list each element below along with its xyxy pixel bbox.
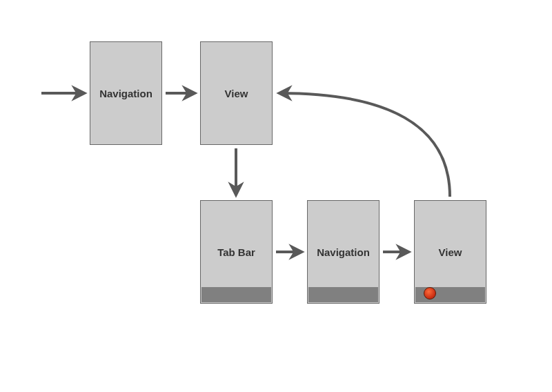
node-label: View [439, 246, 462, 258]
node-label: Navigation [317, 246, 370, 258]
node-label: View [225, 88, 248, 99]
node-view-1: View [200, 41, 273, 145]
node-label: Tab Bar [217, 246, 255, 258]
arrow-view2-to-view1 [279, 93, 450, 197]
tab-bar-strip [201, 287, 271, 302]
node-label: Navigation [99, 88, 152, 99]
node-navigation-1: Navigation [90, 41, 162, 145]
diagram-canvas: Navigation View Tab Bar Navigation View [0, 0, 552, 392]
node-view-2: View [414, 200, 486, 304]
arrows-layer [0, 0, 552, 392]
node-navigation-2: Navigation [307, 200, 379, 304]
node-tab-bar: Tab Bar [200, 200, 273, 304]
tab-bar-strip [308, 287, 378, 302]
selected-tab-dot-icon [424, 287, 436, 300]
tab-bar-strip [415, 287, 485, 302]
